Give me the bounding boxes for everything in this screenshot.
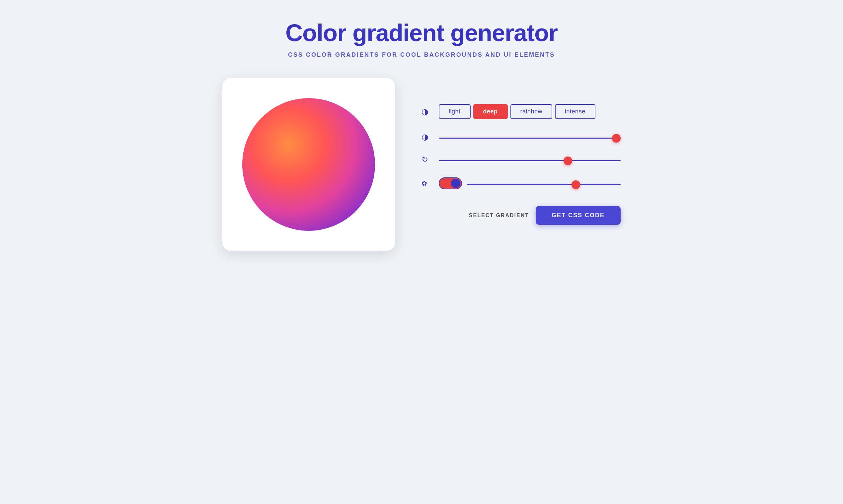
mix-icon xyxy=(422,179,433,187)
style-rainbow-button[interactable]: rainbow xyxy=(511,104,553,119)
saturation-slider[interactable] xyxy=(439,138,621,139)
page-title: Color gradient generator xyxy=(286,20,557,46)
hue-slider[interactable] xyxy=(439,160,621,161)
style-row: light deep rainbow intense xyxy=(422,104,621,119)
page-header: Color gradient generator CSS COLOR GRADI… xyxy=(286,20,557,58)
saturation-slider-wrapper xyxy=(439,134,621,140)
mix-toggle[interactable] xyxy=(439,177,462,189)
gradient-circle xyxy=(242,98,375,231)
style-buttons: light deep rainbow intense xyxy=(439,104,596,119)
mix-slider[interactable] xyxy=(467,184,621,185)
toggle-mix-row xyxy=(422,177,621,189)
toggle-knob xyxy=(451,179,460,188)
page-subtitle: CSS COLOR GRADIENTS FOR COOL BACKGROUNDS… xyxy=(286,51,557,58)
saturation-row xyxy=(422,132,621,142)
mix-slider-wrapper xyxy=(467,180,621,186)
hue-icon xyxy=(422,155,433,164)
get-css-button[interactable]: GET CSS CODE xyxy=(536,206,621,225)
hue-slider-wrapper xyxy=(439,157,621,162)
main-content: light deep rainbow intense xyxy=(222,78,621,251)
drop-icon xyxy=(422,107,433,116)
style-light-button[interactable]: light xyxy=(439,104,471,119)
controls-panel: light deep rainbow intense xyxy=(422,104,621,225)
select-gradient-button[interactable]: SELECT GRADIENT xyxy=(469,213,529,218)
gradient-card xyxy=(222,78,395,251)
hue-row xyxy=(422,155,621,164)
saturation-icon xyxy=(422,132,433,142)
action-row: SELECT GRADIENT GET CSS CODE xyxy=(422,206,621,225)
style-intense-button[interactable]: intense xyxy=(555,104,596,119)
toggle-track xyxy=(439,177,462,189)
style-deep-button[interactable]: deep xyxy=(473,104,508,119)
